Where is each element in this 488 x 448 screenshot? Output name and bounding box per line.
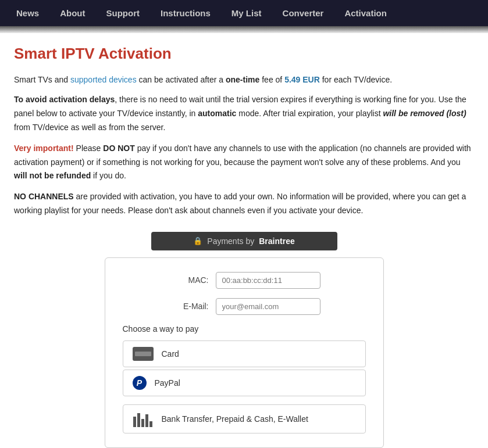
- braintree-brand: Braintree: [259, 236, 294, 246]
- price-label: 5.49 EUR: [284, 75, 320, 84]
- braintree-prefix: Payments by: [207, 236, 254, 246]
- bank-icon: [133, 411, 154, 427]
- intro-prefix: Smart TVs and: [14, 75, 70, 84]
- intro-suffix1: can be activated after a: [137, 75, 226, 84]
- intro-suffix2: fee of: [259, 75, 284, 84]
- payment-options: Card P PayPal Bank Transfer, Prepaid & C…: [123, 341, 366, 433]
- nav-item-activation[interactable]: Activation: [334, 0, 397, 26]
- mac-input[interactable]: [216, 272, 320, 289]
- mac-label: MAC:: [168, 275, 209, 285]
- email-input[interactable]: [216, 298, 320, 315]
- nav-item-news[interactable]: News: [6, 0, 49, 26]
- lock-icon: 🔒: [193, 236, 202, 245]
- notice1-suffix1: mode. After trial expiration, your playl…: [236, 109, 383, 118]
- notice1-removed: will be removed (lost): [383, 109, 466, 118]
- payment-form-box: MAC: E-Mail: Choose a way to pay Card P …: [105, 257, 384, 448]
- very-important-label: Very important!: [14, 144, 74, 153]
- bank-label: Bank Transfer, Prepaid & Cash, E-Wallet: [162, 414, 308, 424]
- nav-item-about[interactable]: About: [49, 0, 95, 26]
- nav-item-instructions[interactable]: Instructions: [150, 0, 221, 26]
- card-label: Card: [162, 349, 179, 359]
- main-content: Smart IPTV Activation Smart TVs and supp…: [0, 33, 488, 448]
- supported-devices-link[interactable]: supported devices: [70, 75, 137, 84]
- paypal-label: PayPal: [155, 378, 180, 388]
- intro-suffix3: for each TV/device.: [320, 75, 392, 84]
- notice2-text: Please: [74, 144, 104, 153]
- email-row: E-Mail:: [123, 298, 366, 315]
- no-channels-label: NO CHANNELS: [14, 192, 74, 201]
- payment-section: 🔒 Payments by Braintree MAC: E-Mail: Cho…: [105, 232, 384, 448]
- nav-item-mylist[interactable]: My List: [221, 0, 272, 26]
- intro-paragraph: Smart TVs and supported devices can be a…: [14, 73, 474, 86]
- notice2-rest2: if you do.: [91, 171, 126, 180]
- payment-option-bank[interactable]: Bank Transfer, Prepaid & Cash, E-Wallet: [123, 404, 366, 433]
- notice2-donot: DO NOT: [103, 144, 134, 153]
- mac-row: MAC:: [123, 272, 366, 289]
- notice-block-1: To avoid activation delays, there is no …: [14, 93, 474, 134]
- notice-block-2: Very important! Please DO NOT pay if you…: [14, 142, 474, 183]
- notice2-norefund: will not be refunded: [14, 171, 91, 180]
- nav-item-converter[interactable]: Converter: [272, 0, 334, 26]
- card-icon: [133, 347, 154, 361]
- choose-label: Choose a way to pay: [123, 324, 366, 334]
- notice1-suffix2: from TV/device as well as from the serve…: [14, 123, 165, 132]
- nav-separator: [0, 26, 488, 33]
- notice-block-3: NO CHANNELS are provided with activation…: [14, 190, 474, 218]
- payment-option-paypal[interactable]: P PayPal: [123, 370, 366, 396]
- nav-item-support[interactable]: Support: [96, 0, 151, 26]
- braintree-bar: 🔒 Payments by Braintree: [151, 232, 337, 250]
- email-label: E-Mail:: [168, 302, 209, 311]
- paypal-icon: P: [133, 376, 147, 390]
- navbar: News About Support Instructions My List …: [0, 0, 488, 26]
- notice1-auto: automatic: [198, 109, 236, 118]
- page-title: Smart IPTV Activation: [14, 45, 474, 63]
- intro-one-time: one-time: [226, 75, 259, 84]
- notice1-bold: To avoid activation delays: [14, 95, 115, 104]
- payment-option-card[interactable]: Card: [123, 341, 366, 367]
- notice3-rest: are provided with activation, you have t…: [14, 192, 466, 215]
